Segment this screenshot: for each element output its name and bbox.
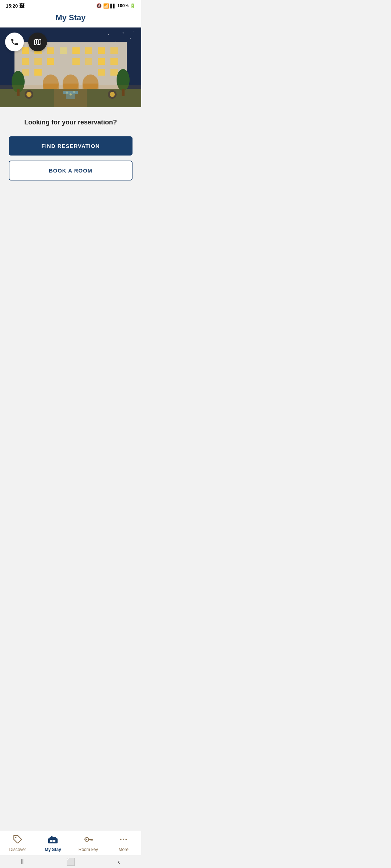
- status-time: 15:20: [6, 3, 18, 9]
- hero-image: [0, 27, 141, 107]
- svg-rect-18: [72, 58, 80, 65]
- svg-rect-25: [110, 69, 118, 76]
- svg-rect-10: [60, 47, 67, 54]
- svg-point-3: [130, 38, 131, 39]
- svg-rect-11: [72, 47, 80, 54]
- svg-rect-14: [110, 47, 118, 54]
- page-title: My Stay: [0, 13, 141, 22]
- gallery-icon: 🖼: [19, 3, 24, 9]
- main-content: Looking for your reservation? FIND RESER…: [0, 107, 141, 188]
- svg-rect-19: [85, 58, 92, 65]
- svg-rect-24: [98, 69, 105, 76]
- svg-point-5: [134, 31, 134, 31]
- svg-rect-20: [98, 58, 105, 65]
- svg-rect-17: [47, 58, 54, 65]
- svg-point-2: [123, 33, 124, 34]
- svg-rect-23: [34, 69, 42, 76]
- find-reservation-button[interactable]: FIND RESERVATION: [9, 136, 133, 156]
- battery-text: 100%: [117, 3, 129, 8]
- svg-rect-47: [66, 94, 75, 99]
- svg-rect-21: [110, 58, 118, 65]
- page-header: My Stay: [0, 10, 141, 27]
- mute-icon: 🔇: [96, 3, 102, 8]
- svg-rect-9: [47, 47, 54, 54]
- hero-action-buttons: [5, 33, 47, 51]
- status-bar: 15:20 🖼 🔇 📶 ▌▌ 100% 🔋: [0, 0, 141, 10]
- svg-rect-16: [34, 58, 42, 65]
- phone-button[interactable]: [5, 33, 24, 51]
- wifi-icon: 📶: [103, 3, 109, 9]
- svg-rect-13: [98, 47, 105, 54]
- battery-icon: 🔋: [130, 3, 135, 8]
- svg-point-1: [108, 34, 109, 35]
- svg-rect-15: [22, 58, 29, 65]
- svg-rect-46: [63, 91, 78, 94]
- reservation-question: Looking for your reservation?: [9, 119, 133, 126]
- map-button[interactable]: [28, 33, 47, 51]
- book-room-button[interactable]: BOOK A ROOM: [9, 161, 133, 180]
- signal-icon: ▌▌: [110, 4, 116, 8]
- svg-rect-12: [85, 47, 92, 54]
